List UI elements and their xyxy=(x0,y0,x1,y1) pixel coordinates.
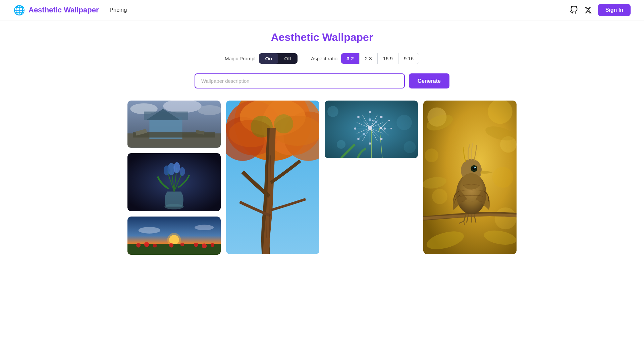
svg-point-114 xyxy=(475,167,476,167)
svg-point-92 xyxy=(388,120,390,121)
svg-point-82 xyxy=(363,133,365,135)
svg-point-49 xyxy=(327,106,338,117)
gallery-img-bird-golden xyxy=(423,101,517,254)
list-item[interactable] xyxy=(226,101,319,254)
svg-point-30 xyxy=(194,243,198,247)
gallery-img-blue-tulips xyxy=(127,153,221,211)
svg-point-50 xyxy=(396,115,412,130)
svg-point-51 xyxy=(337,140,345,149)
gallery xyxy=(127,101,517,255)
aspect-btn-3-2[interactable]: 3:2 xyxy=(341,53,360,64)
svg-point-28 xyxy=(144,242,149,247)
magic-prompt-group: Magic Prompt On Off xyxy=(225,53,298,64)
svg-point-102 xyxy=(492,167,513,188)
svg-point-80 xyxy=(369,118,371,121)
svg-point-76 xyxy=(357,138,360,140)
header-right: Sign In xyxy=(570,4,631,16)
aspect-ratio-buttons: 3:2 2:3 16:9 9:16 xyxy=(341,53,419,64)
svg-point-115 xyxy=(462,173,481,190)
svg-point-32 xyxy=(211,243,214,247)
svg-point-91 xyxy=(380,116,382,118)
list-item[interactable] xyxy=(423,101,517,254)
magic-prompt-toggle: On Off xyxy=(259,53,298,64)
generate-button[interactable]: Generate xyxy=(409,73,449,88)
logo-icon: 🌐 xyxy=(13,5,25,16)
svg-point-77 xyxy=(354,127,356,130)
gallery-img-dandelion-dew xyxy=(325,101,418,158)
svg-point-52 xyxy=(404,141,416,153)
svg-point-95 xyxy=(372,120,374,121)
magic-prompt-on[interactable]: On xyxy=(259,53,278,64)
gallery-img-ruined-house xyxy=(127,101,221,148)
aspect-btn-9-16[interactable]: 9:16 xyxy=(398,53,419,64)
svg-rect-26 xyxy=(127,244,221,255)
magic-prompt-off[interactable]: Off xyxy=(278,53,298,64)
aspect-btn-16-9[interactable]: 16:9 xyxy=(378,53,398,64)
nav-pricing[interactable]: Pricing xyxy=(109,7,127,13)
main-content: Aesthetic Wallpaper Magic Prompt On Off … xyxy=(121,20,523,268)
svg-point-94 xyxy=(380,138,382,140)
header-left: 🌐 Aesthetic Wallpaper Pricing xyxy=(13,5,127,16)
list-item[interactable] xyxy=(127,153,221,211)
svg-point-75 xyxy=(369,142,371,145)
aspect-ratio-label: Aspect ratio xyxy=(311,56,337,61)
svg-point-103 xyxy=(432,189,447,204)
svg-point-104 xyxy=(495,207,517,229)
aspect-btn-2-3[interactable]: 2:3 xyxy=(360,53,378,64)
svg-point-73 xyxy=(384,127,386,130)
gallery-col-2 xyxy=(226,101,319,254)
svg-point-31 xyxy=(202,243,207,248)
logo[interactable]: 🌐 Aesthetic Wallpaper xyxy=(13,5,99,16)
gallery-img-autumn-tree xyxy=(226,101,319,254)
svg-point-18 xyxy=(173,162,180,173)
gallery-col-3 xyxy=(325,101,418,158)
controls-row: Magic Prompt On Off Aspect ratio 3:2 2:3… xyxy=(127,53,517,64)
svg-point-34 xyxy=(180,243,184,246)
svg-point-101 xyxy=(425,148,438,162)
list-item[interactable] xyxy=(127,217,221,255)
svg-point-33 xyxy=(169,243,173,247)
list-item[interactable] xyxy=(325,101,418,158)
sign-in-button[interactable]: Sign In xyxy=(598,4,631,16)
github-button[interactable] xyxy=(570,6,578,14)
page-title: Aesthetic Wallpaper xyxy=(127,31,517,44)
twitter-x-icon xyxy=(584,6,592,14)
svg-point-45 xyxy=(274,114,293,133)
svg-point-29 xyxy=(153,244,157,247)
header: 🌐 Aesthetic Wallpaper Pricing Sign In xyxy=(0,0,644,20)
svg-point-24 xyxy=(139,227,160,234)
search-input[interactable] xyxy=(195,73,405,88)
svg-point-71 xyxy=(369,111,371,113)
gallery-img-sunset-poppies xyxy=(127,217,221,255)
svg-point-20 xyxy=(179,167,185,176)
search-row: Generate xyxy=(195,73,449,88)
svg-point-27 xyxy=(136,243,141,247)
github-icon xyxy=(570,6,578,14)
gallery-col-1 xyxy=(127,101,221,255)
svg-point-19 xyxy=(164,165,170,175)
aspect-ratio-group: Aspect ratio 3:2 2:3 16:9 9:16 xyxy=(311,53,419,64)
magic-prompt-label: Magic Prompt xyxy=(225,56,256,61)
list-item[interactable] xyxy=(127,101,221,148)
gallery-col-4 xyxy=(423,101,517,254)
svg-point-96 xyxy=(380,127,382,129)
svg-point-78 xyxy=(357,116,360,118)
twitter-x-button[interactable] xyxy=(584,6,592,14)
svg-point-25 xyxy=(195,225,214,230)
logo-title: Aesthetic Wallpaper xyxy=(29,6,99,14)
svg-point-93 xyxy=(390,128,392,129)
